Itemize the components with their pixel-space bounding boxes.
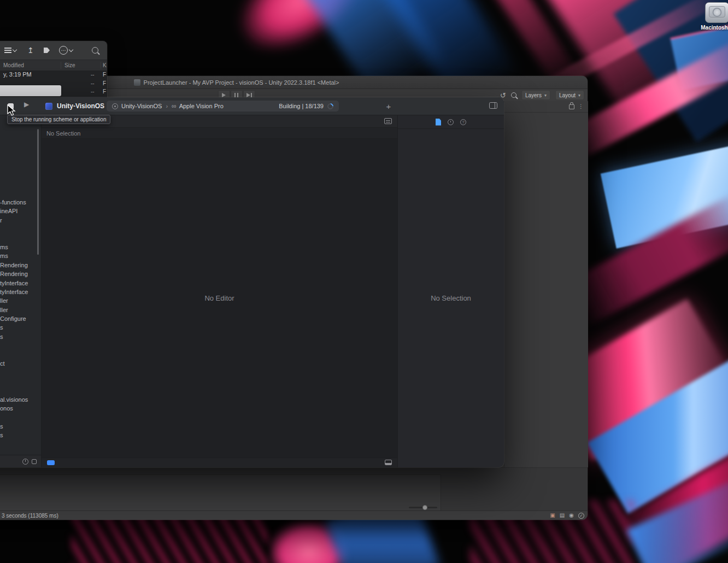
- layers-status-icon[interactable]: ▤: [560, 513, 565, 518]
- xcode-editor-pane: No Selection No Editor: [42, 115, 397, 467]
- app-icon: [45, 103, 52, 110]
- finder-cell-modified: y, 3:19 PM: [3, 71, 32, 78]
- unity-project-icon: [134, 79, 140, 86]
- layout-dropdown[interactable]: Layout ▾: [555, 90, 584, 100]
- build-status: Building | 18/139: [279, 103, 333, 109]
- xcode-inspector-pane: ? No Selection: [397, 115, 504, 467]
- sidebar-scrollbar[interactable]: [37, 129, 39, 255]
- step-icon: [246, 93, 250, 97]
- jump-bar-label: No Selection: [46, 130, 80, 137]
- editor-bottom-bar: [42, 458, 397, 467]
- xcode-window: ▶ Unity-VisionOS Unity-VisionOS › ∞ Appl…: [0, 97, 504, 467]
- navigator-file-item[interactable]: tyInterface: [0, 288, 38, 296]
- navigator-file-item[interactable]: Rendering: [0, 269, 38, 278]
- status-bar-icons: ▣ ▤ ◉ ✓: [550, 511, 584, 520]
- activity-status-icon[interactable]: ◉: [569, 513, 574, 518]
- breadcrumb-scheme[interactable]: Unity-VisionOS: [121, 103, 162, 109]
- xcode-toolbar: ▶ Unity-VisionOS Unity-VisionOS › ∞ Appl…: [0, 97, 504, 115]
- debug-area-toggle-icon[interactable]: [385, 460, 392, 465]
- navigator-filter-bar: [0, 455, 41, 467]
- ellipsis-icon: ⋯: [59, 46, 68, 55]
- desktop: Macintosh H ProjectLauncher - My AVP Pro…: [0, 0, 728, 563]
- recent-filter-icon[interactable]: [22, 459, 28, 465]
- add-tab-button[interactable]: +: [383, 100, 395, 112]
- search-icon[interactable]: [511, 92, 516, 98]
- navigator-file-item[interactable]: onos: [0, 404, 38, 413]
- run-button[interactable]: ▶: [24, 101, 29, 108]
- help-inspector-tab-icon[interactable]: ?: [460, 119, 466, 125]
- inspector-body: No Selection: [398, 129, 504, 467]
- navigator-file-item[interactable]: ct: [0, 359, 38, 368]
- navigator-file-item[interactable]: ms: [0, 243, 38, 251]
- inspector-toggle-icon[interactable]: [489, 102, 497, 109]
- navigator-file-item[interactable]: al.visionos: [0, 395, 38, 404]
- kebab-menu-icon[interactable]: ⋮: [578, 104, 584, 109]
- console-icon[interactable]: ▣: [550, 513, 555, 518]
- share-icon[interactable]: ↥: [27, 46, 34, 55]
- scheme-chip[interactable]: Unity-VisionOS: [45, 101, 104, 112]
- editor-placeholder: No Editor: [204, 294, 234, 302]
- column-header-modified[interactable]: Modified: [3, 60, 24, 71]
- file-inspector-tab-icon[interactable]: [436, 119, 441, 126]
- chevron-down-icon: ▾: [544, 93, 547, 98]
- view-options-button[interactable]: [4, 48, 16, 53]
- navigator-file-item[interactable]: Configure: [0, 314, 38, 323]
- mouse-cursor: [7, 104, 16, 116]
- editor-area: No Editor: [42, 139, 397, 458]
- finder-cell-size: --: [91, 72, 95, 78]
- scheme-target-icon: [112, 103, 118, 109]
- finder-row[interactable]: y, 3:19 PM--F: [0, 71, 107, 79]
- navigator-file-item[interactable]: -functions: [0, 198, 38, 207]
- chevron-icon: ›: [166, 103, 168, 109]
- chevron-down-icon: [69, 47, 73, 51]
- unity-project-panel: [0, 474, 441, 512]
- rename-field[interactable]: [0, 85, 61, 96]
- chevron-down-icon: [13, 47, 17, 51]
- unity-inspector-strip: ⋮: [504, 101, 588, 467]
- chevron-down-icon: ▾: [578, 93, 580, 98]
- hard-drive-icon: [705, 2, 728, 23]
- column-header-kind[interactable]: K: [103, 60, 107, 71]
- more-actions-button[interactable]: ⋯: [59, 46, 73, 55]
- layers-dropdown[interactable]: Layers ▾: [521, 90, 550, 100]
- source-control-filter-icon[interactable]: [32, 459, 37, 464]
- asset-scale-slider[interactable]: [409, 505, 437, 510]
- navigator-file-list: -functionsineAPIrmsmsRenderingRenderingt…: [0, 115, 38, 440]
- navigator-file-item[interactable]: ller: [0, 296, 38, 305]
- navigator-file-item[interactable]: r: [0, 216, 38, 225]
- finder-cell-kind: F: [103, 80, 106, 86]
- navigator-file-item[interactable]: ller: [0, 306, 38, 314]
- play-icon: ▶: [24, 101, 29, 108]
- navigator-file-item[interactable]: s: [0, 323, 38, 332]
- progress-badge: [47, 460, 55, 465]
- slider-thumb[interactable]: [422, 505, 427, 510]
- navigator-file-item[interactable]: s: [0, 422, 38, 431]
- play-icon: [222, 93, 226, 97]
- navigator-file-item[interactable]: ms: [0, 251, 38, 260]
- editor-options-icon[interactable]: [384, 118, 392, 124]
- xcode-navigator-sidebar: -functionsineAPIrmsmsRenderingRenderingt…: [0, 115, 42, 467]
- ok-status-icon[interactable]: ✓: [578, 513, 584, 519]
- history-inspector-tab-icon[interactable]: [448, 119, 454, 125]
- finder-cell-size: --: [91, 89, 95, 95]
- jump-bar[interactable]: No Selection: [42, 128, 397, 139]
- build-status-text: Building | 18/139: [279, 103, 324, 109]
- lock-icon[interactable]: [569, 104, 574, 109]
- column-divider: [101, 62, 101, 69]
- finder-window: ↥ ⋯ Modified Size K y, 3:19 PM--F--F--F: [0, 41, 107, 101]
- search-icon[interactable]: [92, 47, 98, 54]
- macintosh-hd-desktop-icon[interactable]: Macintosh H: [698, 2, 728, 31]
- navigator-file-item[interactable]: tyInterface: [0, 279, 38, 288]
- navigator-file-item[interactable]: ineAPI: [0, 207, 38, 215]
- disk-label: Macintosh H: [701, 25, 728, 31]
- navigator-file-item[interactable]: s: [0, 332, 38, 341]
- navigator-file-item[interactable]: s: [0, 431, 38, 439]
- breadcrumb-device[interactable]: Apple Vision Pro: [179, 103, 224, 109]
- unity-status-bar[interactable]: 3 seconds (113085 ms) ▣ ▤ ◉ ✓: [0, 511, 588, 520]
- column-header-size[interactable]: Size: [64, 60, 75, 71]
- activity-status-pill[interactable]: Unity-VisionOS › ∞ Apple Vision Pro Buil…: [107, 101, 339, 112]
- tag-icon[interactable]: [44, 48, 50, 53]
- finder-cell-kind: F: [103, 89, 106, 95]
- inspector-tab-bar: ⋮: [504, 101, 588, 113]
- navigator-file-item[interactable]: Rendering: [0, 261, 38, 269]
